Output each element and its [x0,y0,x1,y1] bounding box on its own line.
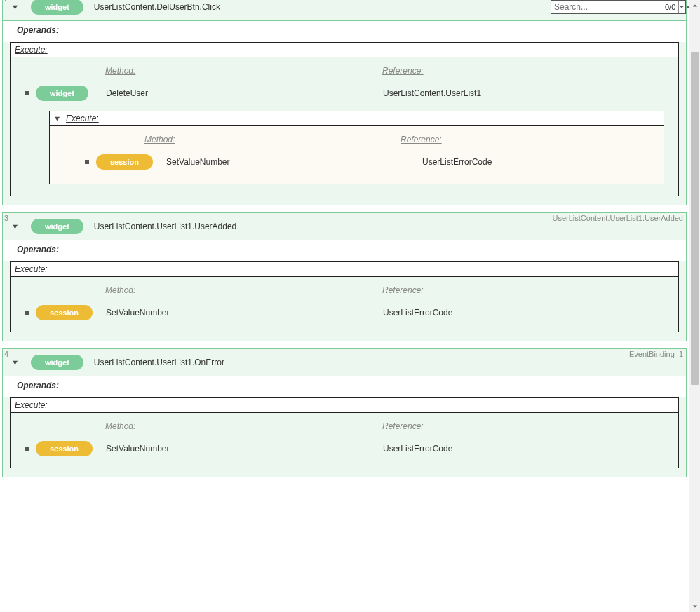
action-row[interactable]: session SetValueNumber UserListErrorCode [25,305,664,320]
bullet-icon [25,447,29,451]
scroll-down-button[interactable] [689,601,700,612]
execute-label: Execute: [66,114,99,123]
chevron-down-icon [679,4,685,10]
block-title: UserListContent.UserList1.OnError [94,358,224,367]
execute-box: Execute: Method: Reference: widget Delet… [10,42,679,196]
content-area: 2 widget UserListContent.DelUserBtn.Clic… [0,0,689,612]
search-prev-button[interactable] [685,1,691,13]
execute-body: Method: Reference: session SetValueNumbe… [11,412,678,468]
action-row[interactable]: widget DeleteUser UserListContent.UserLi… [25,86,664,101]
session-pill: session [36,305,93,320]
nested-execute-header[interactable]: Execute: [50,111,664,125]
nested-execute-body: Method: Reference: session SetValueNumbe… [50,125,664,184]
operands-label: Operands: [3,376,686,397]
execute-body: Method: Reference: session SetValueNumbe… [11,276,678,332]
action-row[interactable]: session SetValueNumber UserListErrorCode [25,441,664,456]
nested-execute-box: Execute: Method: Reference: session [49,111,664,184]
execute-box: Execute: Method: Reference: session SetV… [10,397,679,468]
search-count: 0/0 [662,1,678,13]
operands-label: Operands: [3,20,686,42]
widget-pill: widget [36,86,88,101]
column-headers: Method: Reference: [85,135,649,144]
scroll-track[interactable] [689,11,700,601]
event-block: 2 widget UserListContent.DelUserBtn.Clic… [2,0,687,205]
event-block: 4 EventBinding_1 widget UserListContent.… [2,348,687,477]
row-method: SetValueNumber [106,444,383,454]
execute-body: Method: Reference: widget DeleteUser Use… [11,57,678,196]
operands-label: Operands: [3,240,686,261]
row-reference: UserListErrorCode [422,157,649,167]
vertical-scrollbar[interactable] [689,0,700,612]
chevron-up-icon [685,4,691,10]
block-title: UserListContent.UserList1.UserAdded [94,222,236,231]
block-index: 2 [4,0,8,3]
session-pill: session [96,154,153,170]
method-header: Method: [105,66,135,76]
method-header: Method: [144,135,175,144]
triangle-down-icon [692,604,698,609]
reference-header: Reference: [401,135,442,144]
bullet-icon [25,311,29,315]
action-row[interactable]: session SetValueNumber UserListErrorCode [85,154,649,170]
widget-pill: widget [31,219,83,234]
scroll-thumb[interactable] [691,52,699,385]
column-headers: Method: Reference: [25,285,664,295]
block-right-label: UserListContent.UserList1.UserAdded [553,214,683,222]
execute-label: Execute: [11,262,678,276]
bullet-icon [25,91,29,95]
expand-toggle[interactable] [11,4,18,11]
row-method: DeleteUser [106,88,383,98]
execute-label: Execute: [11,398,678,412]
reference-header: Reference: [382,66,424,76]
expand-toggle[interactable] [11,359,18,366]
execute-label: Execute: [11,43,678,57]
method-header: Method: [105,421,135,431]
block-title: UserListContent.DelUserBtn.Click [94,2,220,12]
widget-pill: widget [31,355,83,370]
row-reference: UserListErrorCode [383,308,664,318]
search-input[interactable] [551,1,662,13]
triangle-up-icon [692,3,698,8]
caret-down-icon [12,360,18,366]
expand-toggle[interactable] [11,223,18,230]
row-reference: UserListErrorCode [383,444,664,454]
column-headers: Method: Reference: [25,66,664,76]
caret-down-icon [54,116,60,122]
block-index: 4 [4,350,8,358]
block-header[interactable]: widget UserListContent.UserList1.OnError [3,349,686,376]
bullet-icon [85,160,89,164]
caret-down-icon [12,224,18,230]
search-bar[interactable]: 0/0 [551,0,686,14]
session-pill: session [36,441,93,456]
reference-header: Reference: [382,285,424,295]
row-reference: UserListContent.UserList1 [383,88,664,98]
row-method: SetValueNumber [166,157,422,167]
search-next-button[interactable] [678,1,685,13]
execute-box: Execute: Method: Reference: session SetV… [10,261,679,332]
caret-down-icon [12,4,18,11]
event-block: 3 UserListContent.UserList1.UserAdded wi… [2,212,687,341]
row-method: SetValueNumber [106,308,383,318]
block-index: 3 [4,214,8,222]
widget-pill: widget [31,0,83,15]
method-header: Method: [105,285,135,295]
column-headers: Method: Reference: [25,421,664,431]
block-right-label: EventBinding_1 [629,350,683,358]
reference-header: Reference: [382,421,424,431]
